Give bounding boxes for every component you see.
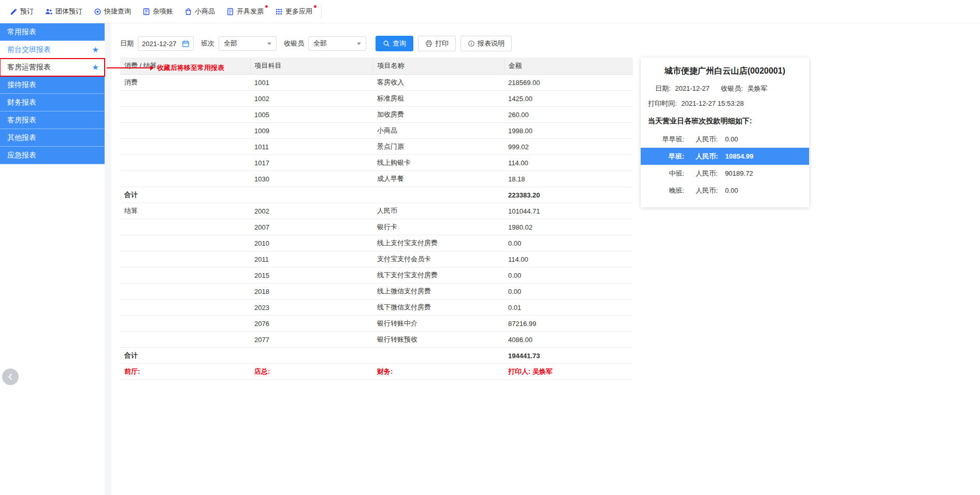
sidebar-item[interactable]: 其他报表 bbox=[0, 129, 105, 147]
name-cell: 线上微信支付房费 bbox=[373, 284, 504, 300]
group-cell: 合计 bbox=[120, 187, 250, 203]
shift-select-value: 全部 bbox=[224, 39, 237, 48]
code-cell: 1001 bbox=[250, 75, 373, 91]
table-row[interactable]: 2011支付宝支付会员卡114.00 bbox=[120, 251, 633, 267]
shift-label: 班次 bbox=[201, 39, 214, 48]
code-cell bbox=[250, 348, 373, 364]
sidebar-item[interactable]: 常用报表 bbox=[0, 23, 105, 41]
group-cell bbox=[120, 139, 250, 155]
name-cell bbox=[373, 187, 504, 203]
page: 预订团体预订快捷查询杂项账小商品开具发票更多应用 常用报表前台交班报表★客房运营… bbox=[0, 0, 980, 495]
date-label: 日期 bbox=[120, 39, 134, 48]
amount-cell: 114.00 bbox=[504, 251, 633, 267]
shift-select[interactable]: 全部 bbox=[219, 36, 277, 51]
shift-amount: 0.00 bbox=[725, 135, 738, 143]
table-row[interactable]: 2076银行转账中介87216.99 bbox=[120, 316, 633, 332]
group-cell bbox=[120, 235, 250, 251]
topbar-item-group[interactable]: 团体预订 bbox=[39, 0, 88, 23]
code-cell: 2015 bbox=[250, 267, 373, 284]
topbar-item-pencil[interactable]: 预订 bbox=[4, 0, 39, 23]
apps-grid-icon bbox=[275, 8, 283, 16]
table-row[interactable]: 1009小商品1998.00 bbox=[120, 123, 633, 139]
shift-row[interactable]: 早班:人民币:10854.99 bbox=[641, 148, 809, 165]
date-input[interactable] bbox=[142, 40, 180, 48]
topbar-item-target[interactable]: 快捷查询 bbox=[88, 0, 137, 23]
summary-date-row: 日期: 2021-12-27 收银员: 吴焕军 bbox=[641, 84, 809, 93]
star-icon[interactable]: ★ bbox=[92, 59, 99, 76]
table-row[interactable]: 2018线上微信支付房费0.00 bbox=[120, 284, 633, 300]
sidebar-item[interactable]: 客房运营报表★ bbox=[0, 59, 105, 76]
amount-cell: 194441.73 bbox=[504, 348, 633, 364]
summary-cashier-value: 吴焕军 bbox=[747, 84, 768, 92]
chevron-down-icon bbox=[267, 43, 271, 45]
print-button[interactable]: 打印 bbox=[418, 36, 456, 51]
sidebar-item[interactable]: 财务报表 bbox=[0, 94, 105, 111]
table-row[interactable]: 2077银行转账预收4086.00 bbox=[120, 332, 633, 348]
table-row[interactable]: 1005加收房费260.00 bbox=[120, 107, 633, 123]
table-row[interactable]: 2010线上支付宝支付房费0.00 bbox=[120, 235, 633, 251]
cashier-select[interactable]: 全部 bbox=[308, 36, 366, 51]
amount-cell: 0.00 bbox=[504, 267, 633, 284]
column-header: 消费 / 结算 bbox=[120, 58, 250, 75]
query-button-label: 查询 bbox=[393, 39, 406, 48]
table-row[interactable]: 消费1001客房收入218569.00 bbox=[120, 75, 633, 91]
shift-row[interactable]: 晚班:人民币:0.00 bbox=[641, 182, 809, 199]
code-cell: 2018 bbox=[250, 284, 373, 300]
shift-row[interactable]: 早早班:人民币:0.00 bbox=[641, 131, 809, 148]
topbar-item-label: 杂项账 bbox=[153, 7, 173, 16]
group-cell bbox=[120, 251, 250, 267]
table-row[interactable]: 合计194441.73 bbox=[120, 348, 633, 364]
star-icon[interactable]: ★ bbox=[92, 41, 99, 58]
sidebar-item-label: 客房运营报表 bbox=[7, 63, 51, 71]
table-row[interactable]: 结算2002人民币101044.71 bbox=[120, 203, 633, 219]
sidebar-item-label: 客房报表 bbox=[7, 116, 36, 124]
name-cell bbox=[373, 348, 504, 364]
code-cell bbox=[250, 187, 373, 203]
calendar-icon[interactable] bbox=[182, 40, 190, 48]
sidebar-item[interactable]: 应急报表 bbox=[0, 147, 105, 164]
top-navigation-bar: 预订团体预订快捷查询杂项账小商品开具发票更多应用 bbox=[0, 0, 980, 23]
cashier-label: 收银员 bbox=[284, 39, 304, 48]
report-info-button[interactable]: 报表说明 bbox=[460, 36, 512, 51]
table-row[interactable]: 1002标准房租1425.00 bbox=[120, 91, 633, 107]
shift-summary-panel: 城市便捷广州白云山店(0020001) 日期: 2021-12-27 收银员: … bbox=[641, 58, 809, 207]
sidebar-item-label: 财务报表 bbox=[7, 98, 36, 106]
topbar-item-label: 团体预订 bbox=[55, 7, 82, 16]
signature-row: 前厅:店总:财务:打印人: 吴焕军 bbox=[120, 364, 633, 380]
sidebar-item[interactable]: 前台交班报表★ bbox=[0, 41, 105, 59]
print-button-label: 打印 bbox=[435, 39, 449, 48]
topbar-item-label: 预订 bbox=[20, 7, 34, 16]
shift-row[interactable]: 中班:人民币:90189.72 bbox=[641, 165, 809, 182]
collapse-sidebar-button[interactable] bbox=[2, 369, 19, 385]
query-button[interactable]: 查询 bbox=[376, 36, 413, 51]
table-row[interactable]: 2023线下微信支付房费0.01 bbox=[120, 300, 633, 316]
table-row[interactable]: 1017线上购银卡114.00 bbox=[120, 155, 633, 171]
main-content: 日期 班次 全部 收银员 全部 bbox=[111, 23, 980, 495]
currency-label: 人民币: bbox=[696, 169, 718, 178]
topbar-item-bag[interactable]: 小商品 bbox=[179, 0, 221, 23]
table-row[interactable]: 1011景点门票999.02 bbox=[120, 139, 633, 155]
amount-cell: 260.00 bbox=[504, 107, 633, 123]
table-row[interactable]: 2015线下支付宝支付房费0.00 bbox=[120, 267, 633, 284]
name-cell: 客房收入 bbox=[373, 75, 504, 91]
shift-name: 早早班: bbox=[651, 135, 684, 144]
group-cell bbox=[120, 300, 250, 316]
name-cell: 线上购银卡 bbox=[373, 155, 504, 171]
table-row[interactable]: 1030成人早餐18.18 bbox=[120, 171, 633, 187]
group-cell bbox=[120, 155, 250, 171]
group-cell: 消费 bbox=[120, 75, 250, 91]
group-icon bbox=[45, 8, 53, 16]
hotel-title: 城市便捷广州白云山店(0020001) bbox=[641, 66, 809, 77]
topbar-item-apps-grid[interactable]: 更多应用 bbox=[269, 0, 318, 23]
topbar-item-invoice[interactable]: 开具发票 bbox=[221, 0, 269, 23]
topbar-item-ledger[interactable]: 杂项账 bbox=[137, 0, 179, 23]
sidebar-item[interactable]: 接待报表 bbox=[0, 76, 105, 94]
table-row[interactable]: 2007银行卡1980.02 bbox=[120, 219, 633, 235]
amount-cell: 0.00 bbox=[504, 235, 633, 251]
column-header: 项目名称 bbox=[373, 58, 504, 75]
filter-bar: 日期 班次 全部 收银员 全部 bbox=[120, 36, 980, 51]
table-row[interactable]: 合计223383.20 bbox=[120, 187, 633, 203]
sidebar-item[interactable]: 客房报表 bbox=[0, 111, 105, 129]
name-cell: 线下支付宝支付房费 bbox=[373, 267, 504, 284]
date-picker[interactable] bbox=[138, 36, 194, 51]
